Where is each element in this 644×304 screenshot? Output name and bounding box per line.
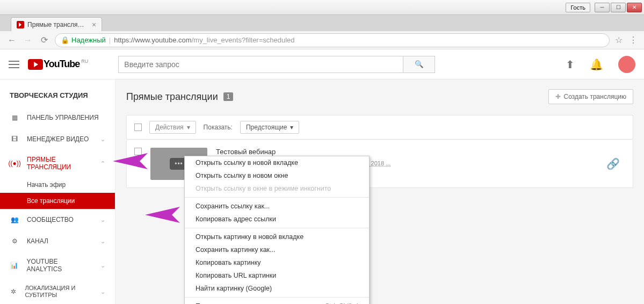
svg-marker-0 (113, 153, 148, 169)
bookmark-icon[interactable]: ☆ (615, 35, 623, 45)
count-badge: 1 (223, 92, 234, 101)
context-menu-separator (185, 197, 369, 198)
lock-icon: 🔒 (61, 36, 69, 44)
browser-tab[interactable]: Прямые трансляции - Y × (11, 17, 102, 31)
sidebar-sub-all-streams[interactable]: Все трансляции (0, 193, 115, 209)
link-icon[interactable]: 🔗 (606, 157, 620, 170)
sidebar-item-analytics[interactable]: 📊 YOUTUBE ANALYTICS ⌄ (0, 252, 115, 279)
sidebar-item-localization[interactable]: ✲ ЛОКАЛИЗАЦИЯ И СУБТИТРЫ ⌄ (0, 279, 115, 304)
search-input[interactable] (118, 56, 403, 73)
window-close-button[interactable]: ✕ (627, 3, 642, 12)
chevron-down-icon: ⌄ (100, 216, 105, 223)
url-input[interactable]: 🔒 Надежный | https://www.youtube.com/my_… (55, 33, 610, 47)
search-icon: 🔍 (415, 60, 424, 68)
youtube-favicon-icon (17, 21, 24, 28)
sidebar-item-dashboard[interactable]: ▦ ПАНЕЛЬ УПРАВЛЕНИЯ (0, 107, 115, 128)
community-icon: 👥 (10, 215, 19, 225)
context-menu-item[interactable]: Сохранить ссылку как... (185, 200, 369, 213)
sidebar-sub-start-stream[interactable]: Начать эфир (0, 177, 115, 193)
window-titlebar: Гость ─ ☐ ✕ (0, 0, 644, 15)
context-menu-item[interactable]: Копировать адрес ссылки (185, 213, 369, 226)
live-icon: ((●)) (10, 158, 19, 168)
filter-dropdown[interactable]: Предстоящие▾ (240, 121, 300, 134)
svg-marker-1 (145, 207, 180, 223)
tab-title: Прямые трансляции - Y (27, 21, 86, 28)
context-menu-separator (185, 228, 369, 228)
youtube-play-icon (28, 59, 43, 70)
dashboard-icon: ▦ (10, 113, 19, 122)
maximize-button[interactable]: ☐ (611, 3, 626, 12)
channel-icon: ⚙ (10, 236, 19, 246)
select-all-checkbox[interactable] (134, 124, 142, 131)
create-stream-button[interactable]: ✚ Создать трансляцию (548, 89, 633, 104)
chevron-down-icon: ⌄ (100, 136, 105, 143)
annotation-arrow-1 (110, 150, 153, 172)
show-label: Показать: (204, 124, 233, 131)
back-button[interactable]: ← (6, 35, 17, 45)
context-menu: Открыть ссылку в новой вкладкеОткрыть сс… (184, 156, 370, 304)
url-text: https://www.youtube.com/my_live_events?f… (114, 36, 294, 44)
upload-icon[interactable]: ⬆ (566, 58, 575, 71)
sidebar: ТВОРЧЕСКАЯ СТУДИЯ ▦ ПАНЕЛЬ УПРАВЛЕНИЯ 🎞 … (0, 79, 115, 304)
sidebar-item-community[interactable]: 👥 СООБЩЕСТВО ⌄ (0, 209, 115, 230)
video-title[interactable]: Тестовый вебинар (216, 148, 598, 156)
address-bar: ← → ⟳ 🔒 Надежный | https://www.youtube.c… (0, 31, 644, 49)
chevron-down-icon: ⌄ (100, 288, 105, 295)
sidebar-item-video-manager[interactable]: 🎞 МЕНЕДЖЕР ВИДЕО ⌄ (0, 128, 115, 150)
forward-button[interactable]: → (23, 35, 33, 45)
chevron-up-icon: ⌃ (100, 160, 105, 167)
guest-label[interactable]: Гость (566, 3, 590, 12)
plus-icon: ✚ (555, 93, 561, 100)
context-menu-item[interactable]: Копировать URL картинки (185, 269, 369, 282)
analytics-icon: 📊 (10, 260, 19, 270)
notifications-icon[interactable]: 🔔 (590, 58, 603, 71)
tab-close-icon[interactable]: × (92, 20, 96, 29)
context-menu-item[interactable]: Сохранить картинку как... (185, 243, 369, 256)
browser-tab-bar: Прямые трансляции - Y × (0, 15, 644, 31)
youtube-header: YouTube RU 🔍 ⬆ 🔔 (0, 49, 644, 79)
secure-indicator: 🔒 Надежный (61, 36, 106, 44)
search-button[interactable]: 🔍 (403, 56, 435, 73)
context-menu-item[interactable]: Копировать картинку (185, 256, 369, 269)
hamburger-menu-icon[interactable] (9, 61, 19, 68)
minimize-button[interactable]: ─ (595, 3, 610, 12)
context-menu-item[interactable]: Открыть ссылку в новом окне (185, 169, 369, 182)
context-menu-item[interactable]: Открыть ссылку в новой вкладке (185, 156, 369, 169)
context-menu-item[interactable]: Найти картинку (Google) (185, 282, 369, 295)
sidebar-title: ТВОРЧЕСКАЯ СТУДИЯ (0, 86, 115, 107)
chevron-down-icon: ⌄ (100, 262, 105, 269)
reload-button[interactable]: ⟳ (39, 35, 49, 45)
user-avatar[interactable] (618, 56, 635, 73)
translate-icon: ✲ (10, 287, 18, 296)
actions-dropdown[interactable]: Действия▾ (149, 121, 196, 134)
list-toolbar: Действия▾ Показать: Предстоящие▾ (126, 115, 633, 140)
caret-down-icon: ▾ (187, 124, 190, 131)
youtube-logo[interactable]: YouTube RU (28, 59, 88, 70)
sidebar-item-live-streaming[interactable]: ((●)) ПРЯМЫЕ ТРАНСЛЯЦИИ ⌃ (0, 150, 115, 177)
context-menu-item[interactable]: Просмотреть кодCtrl+Shift+I (185, 300, 369, 304)
context-menu-item: Открыть ссылку в окне в режиме инкогнито (185, 182, 369, 195)
context-menu-item[interactable]: Открыть картинку в новой вкладке (185, 230, 369, 243)
page-title: Прямые трансляции 1 (126, 91, 233, 103)
browser-menu-icon[interactable]: ⋮ (629, 35, 638, 45)
context-menu-separator (185, 297, 369, 298)
caret-down-icon: ▾ (290, 124, 293, 131)
annotation-arrow-2 (142, 204, 185, 226)
chevron-down-icon: ⌄ (100, 238, 105, 245)
sidebar-item-channel[interactable]: ⚙ КАНАЛ ⌄ (0, 230, 115, 252)
video-manager-icon: 🎞 (10, 134, 19, 144)
